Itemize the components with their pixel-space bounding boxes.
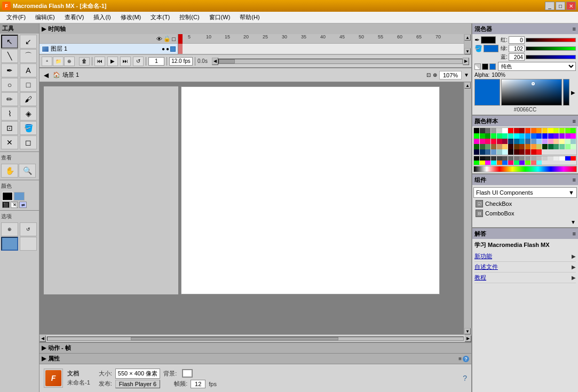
properties-menu[interactable]: ≡ <box>458 356 462 362</box>
default-colors-btn[interactable]: ⬛ <box>2 202 10 208</box>
scroll-up-arrow[interactable]: ▲ <box>464 34 471 41</box>
play-btn[interactable]: ▶ <box>107 57 118 66</box>
answer-new-features[interactable]: 新功能 ▶ <box>474 251 576 262</box>
swatch-42[interactable] <box>508 139 513 144</box>
menu-file[interactable]: 文件(F) <box>2 12 30 22</box>
swatch-60[interactable] <box>508 144 513 149</box>
tool-lasso[interactable]: ⌒ <box>20 49 37 63</box>
menu-edit[interactable]: 编辑(E) <box>31 12 59 22</box>
swatch-49[interactable] <box>548 139 553 144</box>
swatch-58[interactable] <box>497 144 502 149</box>
swatch-64[interactable] <box>531 144 536 149</box>
components-scroll-down[interactable]: ▼ <box>473 218 577 226</box>
swatches-menu-icon[interactable]: ≡ <box>573 118 576 124</box>
hscroll-left[interactable]: ◀ <box>212 58 218 65</box>
swatch-11[interactable] <box>536 128 542 133</box>
gray-swatch-15[interactable] <box>559 156 565 161</box>
swatch-40[interactable] <box>497 139 502 144</box>
swatch-7[interactable] <box>514 128 519 133</box>
swatch-75[interactable] <box>491 149 496 155</box>
properties-info[interactable]: ? <box>463 356 469 362</box>
swatch-33[interactable] <box>559 133 565 139</box>
gray-swatch-14[interactable] <box>553 156 559 161</box>
gray-swatch-18[interactable] <box>474 161 479 165</box>
swatch-44[interactable] <box>519 139 525 144</box>
tool-eraser[interactable]: ◻ <box>20 135 37 149</box>
stage-canvas[interactable] <box>181 86 440 294</box>
gray-swatch-12[interactable] <box>542 156 548 161</box>
delete-layer-btn[interactable]: 🗑 <box>79 57 90 66</box>
mixer-menu-icon[interactable]: ≡ <box>573 26 576 32</box>
loop-btn[interactable]: ↺ <box>133 57 144 66</box>
tool-ink-bottle[interactable]: ⊡ <box>1 121 18 135</box>
swatch-56[interactable] <box>485 144 490 149</box>
swatch-70[interactable] <box>565 144 571 149</box>
gray-swatch-19[interactable] <box>480 161 485 165</box>
swatch-26[interactable] <box>519 133 525 139</box>
current-color-swatch[interactable] <box>489 63 496 70</box>
swatch-57[interactable] <box>491 144 496 149</box>
swatch-68[interactable] <box>553 144 559 149</box>
swatch-67[interactable] <box>548 144 553 149</box>
background-color-swatch[interactable] <box>182 369 193 378</box>
swatch-61[interactable] <box>514 144 519 149</box>
component-combobox[interactable]: ⊟ ComboBox <box>473 209 577 218</box>
color-gradient[interactable] <box>501 79 562 106</box>
scene-label[interactable]: 场景 1 <box>62 71 79 79</box>
swatch-59[interactable] <box>502 144 508 149</box>
hscroll-track[interactable] <box>218 59 463 64</box>
menu-modify[interactable]: 修改(M) <box>116 12 146 22</box>
option-smooth[interactable]: ↺ <box>20 222 37 236</box>
stage-hscroll-right[interactable]: ▶ <box>465 335 471 342</box>
answer-readme[interactable]: 自述文件 ▶ <box>474 262 576 273</box>
tool-oval[interactable]: ○ <box>1 78 18 92</box>
gray-swatch-8[interactable] <box>519 156 525 161</box>
red-input[interactable] <box>509 36 525 44</box>
menu-help[interactable]: 帮助(H) <box>235 12 264 22</box>
swatch-9[interactable] <box>525 128 531 133</box>
swatch-3[interactable] <box>491 128 496 133</box>
add-folder-btn[interactable]: 📁 <box>53 57 64 66</box>
tool-fill[interactable]: ◈ <box>20 107 37 121</box>
gray-swatch-11[interactable] <box>536 156 542 161</box>
swatch-30[interactable] <box>542 133 548 139</box>
gray-swatch-13[interactable] <box>548 156 553 161</box>
gradient-swatch-bar[interactable] <box>473 166 577 172</box>
tool-eyedropper[interactable]: ✕ <box>1 135 18 149</box>
gray-swatch-10[interactable] <box>531 156 536 161</box>
add-layer-btn[interactable]: + <box>42 57 52 66</box>
minimize-button[interactable]: _ <box>545 2 555 10</box>
home-icon[interactable]: 🏠 <box>53 71 60 78</box>
stage-scroll-up[interactable]: ▲ <box>464 82 471 89</box>
swatch-48[interactable] <box>542 139 548 144</box>
swatch-79[interactable] <box>514 149 519 155</box>
swatch-36[interactable] <box>474 139 479 144</box>
swatch-66[interactable] <box>542 144 548 149</box>
swatch-53[interactable] <box>571 139 576 144</box>
size-value[interactable]: 550 × 400 像素 <box>115 369 160 379</box>
mixer-fill-swatch[interactable] <box>484 45 498 52</box>
help-button[interactable]: ? <box>463 374 467 382</box>
fill-color-swatch[interactable] <box>14 192 25 201</box>
tool-pencil[interactable]: ✏ <box>1 92 18 106</box>
swatch-51[interactable] <box>559 139 565 144</box>
gray-swatch-0[interactable] <box>474 156 479 161</box>
gray-swatch-28[interactable] <box>531 161 536 165</box>
gray-swatch-23[interactable] <box>502 161 508 165</box>
hue-swatch[interactable] <box>474 79 500 106</box>
tool-rect[interactable]: □ <box>20 78 37 92</box>
swatch-16[interactable] <box>565 128 571 133</box>
swatch-12[interactable] <box>542 128 548 133</box>
tool-brush[interactable]: 🖌 <box>20 92 37 106</box>
swatch-2[interactable] <box>485 128 490 133</box>
swatch-32[interactable] <box>553 133 559 139</box>
swatch-18[interactable] <box>474 133 479 139</box>
tool-text[interactable]: A <box>20 63 37 77</box>
swatch-34[interactable] <box>565 133 571 139</box>
add-layer-mask-btn[interactable]: ⊕ <box>64 57 75 66</box>
close-button[interactable]: ✕ <box>566 2 576 10</box>
swatch-69[interactable] <box>559 144 565 149</box>
components-menu-icon[interactable]: ≡ <box>573 177 576 183</box>
swatch-31[interactable] <box>548 133 553 139</box>
gray-swatch-17[interactable] <box>571 156 576 161</box>
